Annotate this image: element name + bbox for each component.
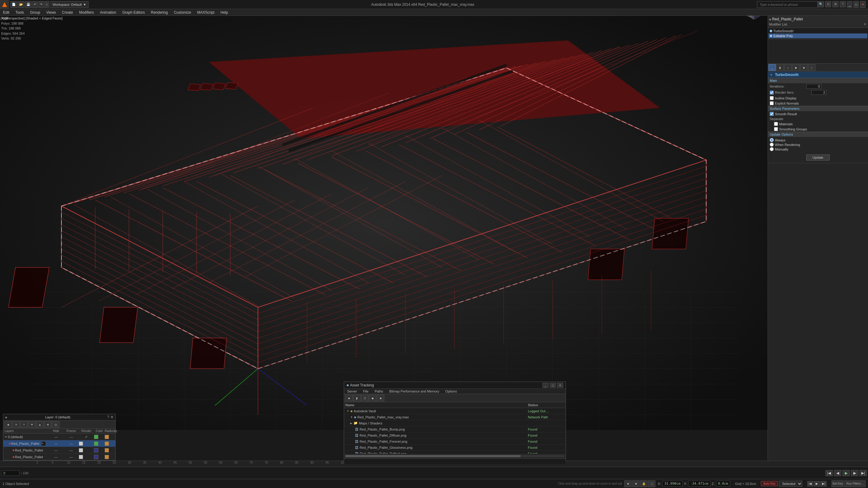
grid-icon[interactable]: ☷ bbox=[825, 1, 831, 7]
asset-row-diffuse[interactable]: 🖼 Red_Plastic_Pallet_Diffuse.png Found bbox=[344, 432, 566, 438]
layer-row-0[interactable]: ▼ 0 (default) --- --- ✓ bbox=[3, 433, 115, 440]
layer-freeze-2[interactable]: --- bbox=[64, 449, 79, 452]
layer-btn-6[interactable]: ★ bbox=[44, 421, 52, 428]
asset-row-bump[interactable]: 🖼 Red_Plastic_Pallet_Bump.png Found bbox=[344, 426, 566, 432]
section-surface-params[interactable]: Surface Parameters bbox=[768, 106, 868, 111]
isoline-checkbox[interactable] bbox=[770, 96, 774, 100]
asset-minimize-btn[interactable]: ⎯ bbox=[542, 383, 549, 388]
layer-color-3[interactable] bbox=[94, 455, 105, 459]
rp-icon-helpers[interactable]: ■ bbox=[800, 64, 807, 71]
layer-close-btn[interactable]: ✕ bbox=[111, 415, 114, 419]
asset-close-btn[interactable]: ✕ bbox=[557, 383, 563, 388]
modifier-turbsmooth[interactable]: TurboSmooth bbox=[769, 29, 867, 33]
settings-icon[interactable]: ⚙ bbox=[832, 1, 838, 7]
asset-row-maps[interactable]: ▶ 📁 Maps / Shaders bbox=[344, 420, 566, 426]
layer-row-1[interactable]: ■ Red_Plastic_Pallet + --- --- bbox=[3, 440, 115, 447]
smoothing-groups-checkbox[interactable] bbox=[774, 127, 778, 131]
layer-row-2[interactable]: ■ Red_Plastic_Pallet --- --- bbox=[3, 447, 115, 454]
layer-color-1[interactable] bbox=[94, 442, 105, 446]
status-play-btn[interactable]: ▶ bbox=[814, 481, 820, 486]
asset-btn-4[interactable]: ◆ bbox=[369, 395, 376, 401]
rp-icon-spacewarps[interactable]: □ bbox=[808, 64, 815, 71]
menu-graph-editors[interactable]: Graph Editors bbox=[119, 9, 148, 16]
new-btn[interactable]: 📄 bbox=[10, 1, 17, 8]
asset-row-fresnel[interactable]: 🖼 Red_Plastic_Pallet_Fresnel.png Found bbox=[344, 438, 566, 445]
section-update-options[interactable]: Update Options bbox=[768, 132, 868, 137]
menu-edit[interactable]: Edit bbox=[0, 9, 12, 16]
rp-icon-lights[interactable]: ☼ bbox=[784, 64, 792, 71]
materials-checkbox[interactable] bbox=[774, 122, 778, 126]
layer-expand-box-1[interactable]: + bbox=[41, 441, 46, 446]
asset-menu-paths[interactable]: Paths bbox=[371, 389, 386, 394]
render-iters-input[interactable] bbox=[811, 90, 827, 95]
manually-radio[interactable] bbox=[770, 147, 774, 151]
layer-row-3[interactable]: ■ Red_Plastic_Pallet --- --- bbox=[3, 454, 115, 460]
search-icon[interactable]: 🔍 bbox=[818, 1, 824, 7]
asset-scrollbar[interactable] bbox=[345, 455, 564, 457]
menu-rendering[interactable]: Rendering bbox=[148, 9, 171, 16]
layer-render-2[interactable] bbox=[79, 448, 94, 452]
rp-icon-shape[interactable]: ▮ bbox=[776, 64, 784, 71]
when-rendering-radio[interactable] bbox=[770, 142, 774, 147]
layer-btn-4[interactable]: ▼ bbox=[28, 421, 36, 428]
menu-tools[interactable]: Tools bbox=[12, 9, 27, 16]
undo-btn[interactable]: ↶ bbox=[32, 1, 38, 8]
layer-freeze-0[interactable]: --- bbox=[64, 435, 79, 439]
menu-modifiers[interactable]: Modifiers bbox=[76, 9, 97, 16]
layer-radiosity-0[interactable] bbox=[105, 435, 115, 439]
menu-group[interactable]: Group bbox=[27, 9, 43, 16]
layer-render-1[interactable] bbox=[79, 442, 94, 446]
open-btn[interactable]: 📂 bbox=[18, 1, 24, 8]
update-button[interactable]: Update bbox=[806, 155, 830, 161]
menu-views[interactable]: Views bbox=[43, 9, 59, 16]
asset-menu-server[interactable]: Server bbox=[344, 389, 360, 394]
menu-help[interactable]: Help bbox=[218, 9, 231, 16]
layer-btn-5[interactable]: ▲ bbox=[36, 421, 43, 428]
asset-row-glossiness[interactable]: 🖼 Red_Plastic_Pallet_Glossiness.png Foun… bbox=[344, 445, 566, 451]
asset-menu-options[interactable]: Options bbox=[442, 389, 460, 394]
asset-menu-file[interactable]: File bbox=[360, 389, 371, 394]
layer-freeze-3[interactable]: --- bbox=[64, 455, 79, 459]
asset-row-vault[interactable]: ▼ ■ Autodesk Vault Logged Out ... bbox=[344, 408, 566, 414]
minimize-btn[interactable]: ⎯ bbox=[847, 1, 852, 8]
layer-color-0[interactable] bbox=[94, 435, 105, 439]
asset-row-maxfile[interactable]: ▼ ■ Red_Plastic_Pallet_max_vray.max Netw… bbox=[344, 414, 566, 420]
smooth-result-checkbox[interactable] bbox=[770, 112, 774, 116]
section-main[interactable]: Main bbox=[768, 78, 868, 83]
layer-render-0[interactable]: ✓ bbox=[79, 435, 94, 439]
redo-btn[interactable]: ↷ bbox=[38, 1, 44, 8]
menu-maxscript[interactable]: MAXScript bbox=[194, 9, 218, 16]
keyfilters-btn[interactable]: Key Filters... bbox=[844, 480, 866, 487]
asset-btn-5[interactable]: ■ bbox=[377, 395, 384, 401]
modifier-editable-poly[interactable]: Editable Poly bbox=[769, 33, 867, 38]
menu-customize[interactable]: Customize bbox=[171, 9, 194, 16]
iterations-input[interactable] bbox=[806, 84, 822, 89]
search-input[interactable] bbox=[757, 1, 818, 8]
selected-dropdown[interactable]: Selected bbox=[779, 481, 802, 487]
layer-radiosity-2[interactable] bbox=[105, 448, 115, 452]
layer-render-3[interactable] bbox=[79, 455, 94, 459]
rp-icon-cameras[interactable]: ◆ bbox=[792, 64, 800, 71]
workspace-dropdown[interactable]: Workspace: Default ▼ bbox=[51, 1, 89, 8]
asset-restore-btn[interactable]: ◻ bbox=[550, 383, 556, 388]
rp-icon-spline[interactable]: ⎯ bbox=[769, 64, 776, 71]
layer-freeze-1[interactable]: --- bbox=[64, 442, 79, 446]
layer-color-2[interactable] bbox=[94, 448, 105, 452]
layer-help-btn[interactable]: ? bbox=[107, 415, 109, 419]
layer-hide-0[interactable]: --- bbox=[49, 435, 64, 439]
go-end-btn[interactable]: ▶| bbox=[860, 470, 867, 476]
asset-menu-bitmapperf[interactable]: Bitmap Performance and Memory bbox=[386, 389, 442, 394]
next-frame-btn[interactable]: ▶ bbox=[851, 470, 858, 476]
status-icon-1[interactable]: ■ bbox=[624, 480, 631, 487]
asset-scroll-thumb[interactable] bbox=[345, 455, 521, 457]
status-go-start-btn[interactable]: |◀ bbox=[807, 481, 813, 486]
layer-btn-3[interactable]: + bbox=[20, 421, 28, 428]
asset-btn-2[interactable]: ▮ bbox=[353, 395, 361, 401]
maximize-btn[interactable]: ◻ bbox=[854, 1, 859, 8]
status-go-end-btn[interactable]: ▶| bbox=[820, 481, 827, 486]
status-icon-4[interactable]: ▢ bbox=[648, 480, 655, 487]
explicit-normals-checkbox[interactable] bbox=[770, 101, 774, 105]
layer-hide-2[interactable]: --- bbox=[49, 449, 64, 452]
close-btn[interactable]: ✕ bbox=[860, 1, 866, 8]
render-iters-checkbox[interactable] bbox=[770, 91, 774, 95]
